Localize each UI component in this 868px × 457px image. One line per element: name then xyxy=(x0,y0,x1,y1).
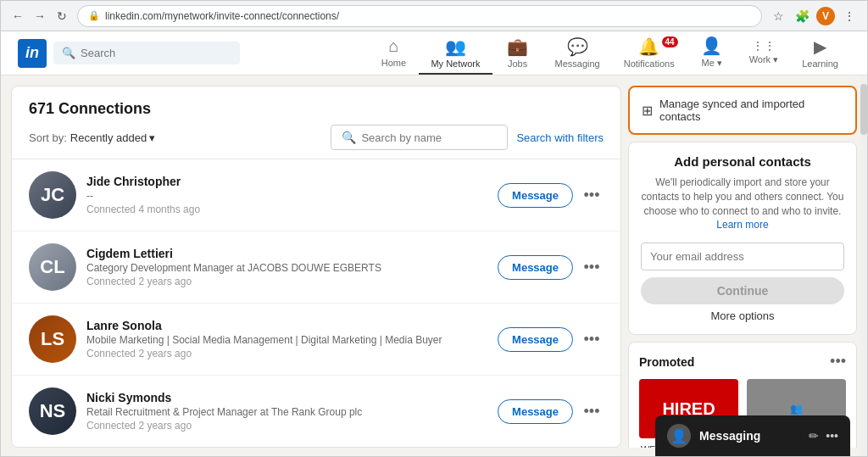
me-icon: 👤 xyxy=(701,36,722,56)
connection-headline: Retail Recruitment & Project Manager at … xyxy=(86,406,487,418)
message-button[interactable]: Message xyxy=(498,183,573,208)
sort-value[interactable]: Recently added ▾ xyxy=(70,131,155,144)
connection-info: Nicki Symonds Retail Recruitment & Proje… xyxy=(86,391,487,432)
sort-by: Sort by: Recently added ▾ xyxy=(29,131,155,144)
message-button[interactable]: Message xyxy=(498,327,573,352)
linkedin-logo[interactable]: in xyxy=(18,39,47,68)
me-label: Me ▾ xyxy=(701,58,721,69)
more-options-button[interactable]: ••• xyxy=(580,255,604,279)
connections-panel: 671 Connections Sort by: Recently added … xyxy=(11,86,621,448)
address-bar[interactable]: 🔒 linkedin.com/mynetwork/invite-connect/… xyxy=(77,5,762,27)
learning-icon: ▶ xyxy=(814,36,826,57)
email-input[interactable] xyxy=(641,242,844,270)
connection-name: Cigdem Lettieri xyxy=(86,247,487,260)
url-text: linkedin.com/mynetwork/invite-connect/co… xyxy=(105,10,339,22)
learn-more-link[interactable]: Learn more xyxy=(716,219,768,231)
promoted-more-button[interactable]: ••• xyxy=(830,353,846,371)
connections-title: 671 Connections xyxy=(29,100,604,118)
manage-contacts-text: Manage synced and imported contacts xyxy=(659,98,843,123)
extensions-button[interactable]: 🧩 xyxy=(793,7,811,25)
connection-time: Connected 2 years ago xyxy=(86,276,487,287)
promoted-title: Promoted xyxy=(639,355,694,369)
learning-label: Learning xyxy=(802,59,838,69)
avatar: CL xyxy=(29,243,76,291)
nav-items: ⌂ Home 👥 My Network 💼 Jobs 💬 Messaging 🔔… xyxy=(368,31,850,75)
nav-item-jobs[interactable]: 💼 Jobs xyxy=(492,31,543,75)
jobs-label: Jobs xyxy=(508,59,527,69)
my-network-icon: 👥 xyxy=(445,36,466,57)
messaging-label: Messaging xyxy=(555,59,600,69)
search-by-name-input[interactable] xyxy=(361,131,497,144)
jobs-icon: 💼 xyxy=(507,36,528,57)
nav-item-notifications[interactable]: 🔔 44 Notifications xyxy=(612,31,687,75)
manage-contacts-icon: ⊞ xyxy=(642,103,653,119)
notifications-label: Notifications xyxy=(624,59,675,69)
my-network-label: My Network xyxy=(431,59,480,69)
message-button[interactable]: Message xyxy=(498,399,573,424)
add-contacts-title: Add personal contacts xyxy=(641,154,844,169)
nav-item-work[interactable]: ⋮⋮ Work ▾ xyxy=(737,31,791,75)
connection-time: Connected 2 years ago xyxy=(86,420,487,432)
manage-contacts-card[interactable]: ⊞ Manage synced and imported contacts xyxy=(628,86,857,135)
add-contacts-description: We'll periodically import and store your… xyxy=(641,176,844,232)
connection-headline: Mobile Marketing | Social Media Manageme… xyxy=(86,334,487,346)
search-icon: 🔍 xyxy=(62,47,75,59)
profile-button[interactable]: V xyxy=(816,7,835,25)
scrollbar[interactable] xyxy=(860,75,867,456)
refresh-button[interactable]: ↻ xyxy=(53,8,70,25)
connection-info: Cigdem Lettieri Category Development Man… xyxy=(86,247,487,287)
more-options-link[interactable]: More options xyxy=(641,309,844,322)
more-options-button[interactable]: ••• xyxy=(580,399,604,423)
nav-item-learning[interactable]: ▶ Learning xyxy=(790,31,850,75)
connection-actions: Message ••• xyxy=(498,255,604,280)
avatar-initials: LS xyxy=(41,328,64,350)
messaging-compose-button[interactable]: ✏ xyxy=(809,429,819,443)
add-contacts-card: Add personal contacts We'll periodically… xyxy=(628,142,857,335)
nav-item-messaging[interactable]: 💬 Messaging xyxy=(543,31,612,75)
connection-info: Jide Christopher -- Connected 4 months a… xyxy=(86,175,487,215)
nav-item-my-network[interactable]: 👥 My Network xyxy=(419,31,492,75)
browser-actions: ☆ 🧩 V ⋮ xyxy=(769,7,859,25)
bookmark-button[interactable]: ☆ xyxy=(769,7,787,25)
avatar-initials: CL xyxy=(40,256,64,278)
connection-time: Connected 4 months ago xyxy=(86,203,487,215)
messaging-avatar: 👤 xyxy=(667,424,691,448)
connection-actions: Message ••• xyxy=(498,183,604,208)
search-box-icon: 🔍 xyxy=(342,131,356,144)
search-box[interactable]: 🔍 xyxy=(331,125,508,150)
connection-item: JC Jide Christopher -- Connected 4 month… xyxy=(12,159,620,231)
connection-headline: Category Development Manager at JACOBS D… xyxy=(86,262,487,274)
menu-button[interactable]: ⋮ xyxy=(840,7,859,25)
work-icon: ⋮⋮ xyxy=(752,39,776,53)
connection-actions: Message ••• xyxy=(498,399,604,424)
nav-item-home[interactable]: ⌂ Home xyxy=(368,31,419,75)
avatar: JC xyxy=(29,171,76,219)
connection-headline: -- xyxy=(86,190,487,202)
scrollbar-thumb[interactable] xyxy=(860,84,867,135)
avatar: NS xyxy=(29,387,76,435)
sort-value-text: Recently added xyxy=(70,131,147,144)
connection-item: NS Nicki Symonds Retail Recruitment & Pr… xyxy=(12,376,620,447)
work-label: Work ▾ xyxy=(749,54,779,65)
connections-header: 671 Connections Sort by: Recently added … xyxy=(12,86,620,159)
avatar: LS xyxy=(29,315,76,363)
avatar-initials: JC xyxy=(41,184,64,206)
messaging-actions: ✏ ••• xyxy=(809,429,838,443)
messaging-more-button[interactable]: ••• xyxy=(826,429,838,443)
right-panel: ⊞ Manage synced and imported contacts Ad… xyxy=(628,86,857,448)
messaging-bar[interactable]: 👤 Messaging ✏ ••• xyxy=(655,415,850,456)
connection-name: Nicki Symonds xyxy=(86,391,487,404)
back-button[interactable]: ← xyxy=(9,8,26,25)
more-options-button[interactable]: ••• xyxy=(580,327,604,351)
search-with-filters-link[interactable]: Search with filters xyxy=(516,131,604,144)
continue-button[interactable]: Continue xyxy=(641,277,844,304)
message-button[interactable]: Message xyxy=(498,255,573,280)
connection-time: Connected 2 years ago xyxy=(86,348,487,359)
search-input[interactable] xyxy=(81,47,231,59)
nav-item-me[interactable]: 👤 Me ▾ xyxy=(687,31,737,75)
browser-chrome: ← → ↻ 🔒 linkedin.com/mynetwork/invite-co… xyxy=(1,1,867,31)
nav-search-bar[interactable]: 🔍 xyxy=(53,42,240,64)
sort-dropdown-icon: ▾ xyxy=(149,131,155,144)
forward-button[interactable]: → xyxy=(31,8,48,25)
more-options-button[interactable]: ••• xyxy=(580,183,604,207)
